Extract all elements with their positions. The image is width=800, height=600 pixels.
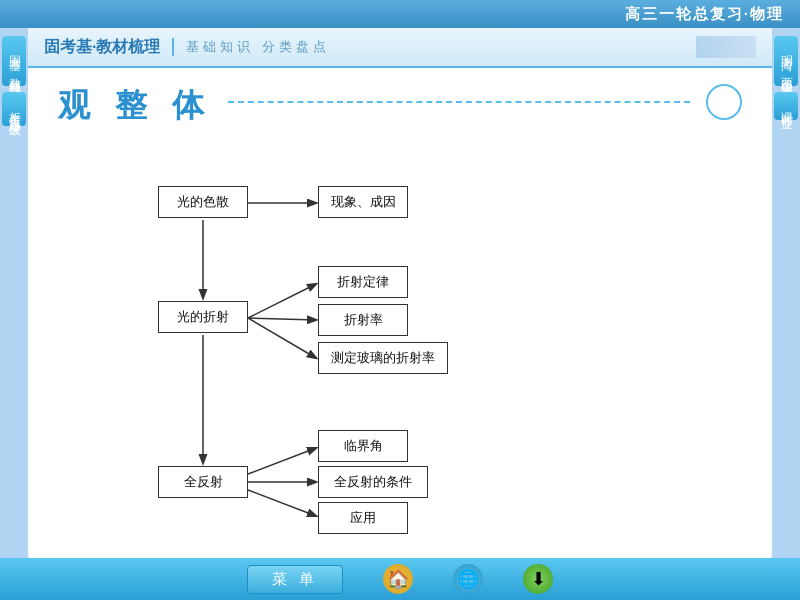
- header-title: 固考基·教材梳理: [44, 37, 160, 58]
- page-title: 观 整 体: [58, 84, 212, 128]
- svg-line-8: [248, 490, 316, 516]
- home-icon[interactable]: 🏠: [383, 564, 413, 594]
- right-sidebar: 明考向·两级集训 课时作业: [772, 28, 800, 558]
- node-zheshedulv: 折射定律: [318, 266, 408, 298]
- left-sidebar: 固考基·教材梳理 析考点重难突破: [0, 28, 28, 558]
- header-section: 固考基·教材梳理 基础知识 分类盘点: [28, 28, 772, 68]
- circle-end: [706, 84, 742, 120]
- svg-line-3: [248, 318, 316, 358]
- globe-icon[interactable]: 🌐: [453, 564, 483, 594]
- node-guangseshe: 光的色散: [158, 186, 248, 218]
- node-xianchengyin: 现象、成因: [318, 186, 408, 218]
- top-bar: 高三一轮总复习·物理: [0, 0, 800, 28]
- node-guangzheshe: 光的折射: [158, 301, 248, 333]
- svg-line-1: [248, 284, 316, 318]
- download-icon[interactable]: ⬇: [523, 564, 553, 594]
- node-ceding: 测定玻璃的折射率: [318, 342, 448, 374]
- node-yingyong: 应用: [318, 502, 408, 534]
- node-zheshelv: 折射率: [318, 304, 408, 336]
- diagram-area: 光的色散 现象、成因 光的折射 折射定律 折射率 测定玻璃的折射率 全反射 临界…: [28, 136, 772, 556]
- node-linjiejiao: 临界角: [318, 430, 408, 462]
- bottom-bar: 菜 单 🏠 🌐 ⬇: [0, 558, 800, 600]
- sidebar-item-mingkao[interactable]: 明考向·两级集训: [774, 36, 798, 86]
- sidebar-item-xikao[interactable]: 析考点重难突破: [2, 92, 26, 126]
- main-area: 固考基·教材梳理 基础知识 分类盘点 观 整 体: [28, 28, 772, 558]
- sidebar-item-keshi[interactable]: 课时作业: [774, 92, 798, 120]
- node-quanfanshe: 全反射: [158, 466, 248, 498]
- top-bar-title: 高三一轮总复习·物理: [625, 5, 784, 24]
- svg-line-2: [248, 318, 316, 320]
- menu-button[interactable]: 菜 单: [247, 565, 343, 594]
- node-quantiaojian: 全反射的条件: [318, 466, 428, 498]
- header-divider: [172, 38, 174, 56]
- sidebar-item-jiaocai[interactable]: 固考基·教材梳理: [2, 36, 26, 86]
- header-accent: [696, 36, 756, 58]
- dotted-line: [228, 101, 690, 103]
- page-title-area: 观 整 体: [28, 68, 772, 136]
- header-subtitle: 基础知识 分类盘点: [186, 38, 330, 56]
- svg-line-6: [248, 448, 316, 474]
